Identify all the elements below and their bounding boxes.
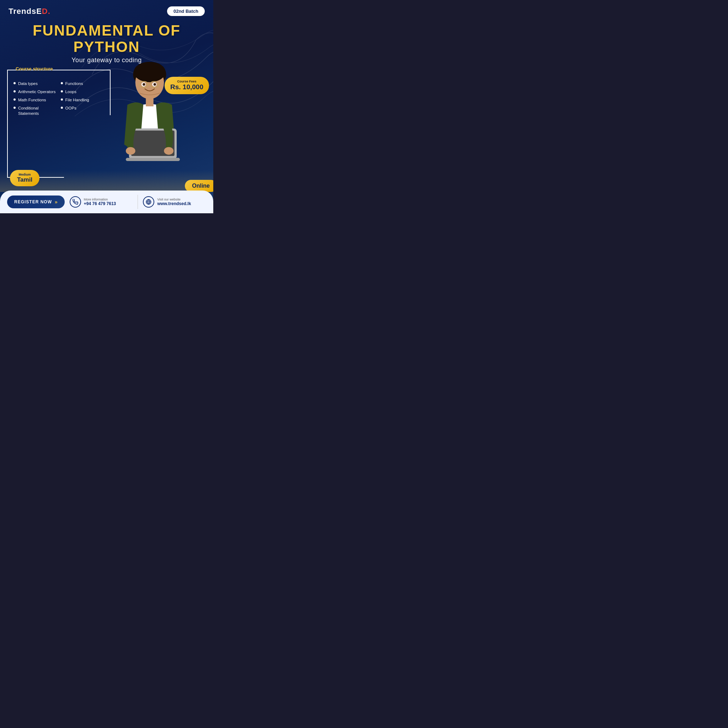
website-url: www.trendsed.lk: [157, 201, 191, 206]
person-illustration: [96, 55, 203, 176]
fee-badge: Course Fees Rs. 10,000: [165, 77, 209, 94]
logo-text: Trends: [9, 7, 36, 16]
fee-amount: Rs. 10,000: [170, 83, 203, 91]
register-button[interactable]: REGISTER NOW »: [7, 196, 65, 208]
phone-contact: More information +94 76 479 7613: [70, 196, 133, 208]
phone-number: +94 76 479 7613: [84, 201, 116, 206]
website-label: Visit our website: [157, 198, 191, 201]
logo-dot: .: [48, 7, 50, 16]
medium-label: Medium: [17, 173, 32, 176]
phone-info: More information +94 76 479 7613: [84, 198, 116, 206]
footer: REGISTER NOW » More information +94 76 4…: [0, 191, 213, 213]
svg-point-10: [126, 147, 135, 154]
svg-rect-6: [146, 97, 153, 107]
svg-point-14: [143, 83, 145, 86]
main-title: FUNDAMENTAL OF PYTHON: [7, 22, 206, 55]
globe-icon: [143, 196, 154, 208]
medium-badge: Medium Tamil: [10, 170, 40, 186]
register-label: REGISTER NOW: [14, 199, 52, 204]
footer-divider: [138, 195, 138, 209]
course-box: Course structure Data types Arithmetic O…: [7, 70, 110, 184]
website-contact: Visit our website www.trendsed.lk: [143, 196, 206, 208]
svg-point-15: [154, 83, 156, 86]
batch-badge: 02nd Batch: [167, 6, 205, 16]
online-badge: Online: [185, 180, 213, 192]
svg-point-2: [134, 62, 165, 82]
header: TrendsED. 02nd Batch: [0, 0, 213, 20]
fee-label: Course Fees: [170, 80, 203, 83]
main-content: Course structure Data types Arithmetic O…: [0, 66, 213, 184]
phone-icon: [70, 196, 81, 208]
svg-point-11: [164, 147, 173, 154]
logo: TrendsED.: [9, 7, 50, 16]
phone-label: More information: [84, 198, 116, 201]
logo-d: D: [42, 7, 48, 16]
website-info: Visit our website www.trendsed.lk: [157, 198, 191, 206]
right-section: Course Fees Rs. 10,000: [110, 70, 206, 184]
main-card: TrendsED. 02nd Batch FUNDAMENTAL OF PYTH…: [0, 0, 213, 213]
arrows-icon: »: [55, 199, 58, 205]
logo-ed: E: [36, 7, 42, 16]
course-label: Course structure: [14, 66, 55, 72]
medium-value: Tamil: [17, 176, 32, 183]
svg-rect-9: [126, 158, 180, 161]
